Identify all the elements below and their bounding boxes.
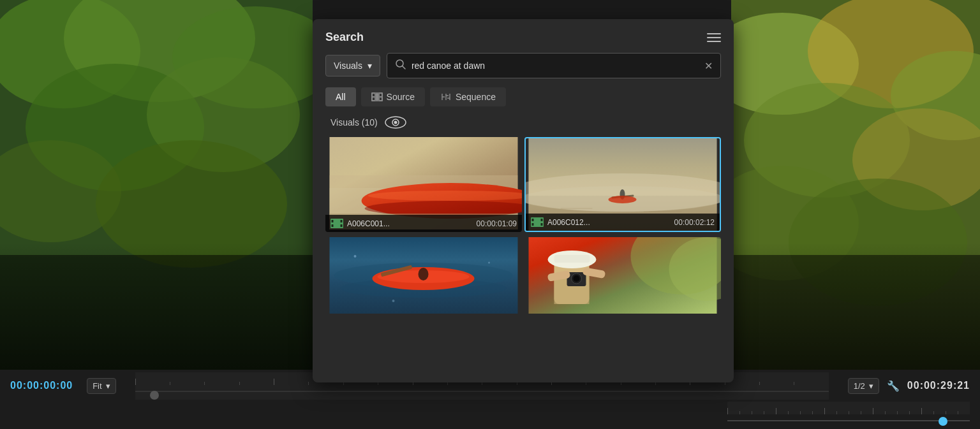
chevron-down-icon: ▾: [869, 381, 873, 391]
svg-point-71: [354, 255, 357, 258]
thumbnail-2[interactable]: A006C012... 00:00:02:12: [524, 137, 721, 232]
svg-rect-23: [373, 98, 375, 100]
quality-label: 1/2: [854, 381, 865, 391]
panel-title: Search: [325, 31, 364, 44]
hamburger-line-2: [707, 37, 721, 38]
svg-rect-22: [380, 94, 382, 96]
playhead-right[interactable]: [939, 417, 947, 426]
thumb-1-label: A006C001...: [347, 219, 473, 228]
tab-source[interactable]: Source: [361, 87, 425, 106]
thumbnail-3[interactable]: [325, 237, 522, 314]
search-panel: Search Visuals ▾ ✕ All: [313, 19, 734, 382]
svg-rect-60: [532, 219, 534, 221]
tab-sequence-label: Sequence: [456, 92, 496, 102]
hamburger-menu-icon[interactable]: [707, 33, 721, 42]
tab-all-label: All: [336, 92, 346, 102]
playhead-left[interactable]: [150, 391, 159, 400]
film-icon-2: [531, 217, 544, 227]
background-left: [0, 0, 313, 370]
svg-point-70: [419, 268, 429, 280]
search-input[interactable]: [412, 61, 699, 71]
tab-sequence[interactable]: Sequence: [430, 87, 506, 106]
background-right: [731, 0, 980, 370]
wrench-icon[interactable]: 🔧: [887, 380, 900, 392]
hamburger-line-1: [707, 33, 721, 34]
search-icon: [395, 59, 406, 73]
hamburger-line-3: [707, 41, 721, 42]
svg-rect-80: [554, 255, 590, 263]
timecode-left: 00:00:00:00: [10, 380, 73, 391]
svg-rect-8: [0, 255, 313, 370]
thumbnails-grid: A006C001... 00:00:01:09: [313, 137, 734, 314]
chevron-down-icon: ▾: [106, 381, 110, 391]
svg-point-54: [609, 196, 637, 203]
svg-rect-43: [332, 220, 334, 222]
film-icon-1: [330, 219, 343, 228]
fit-label: Fit: [93, 381, 101, 391]
timecode-right: 00:00:29:21: [907, 380, 970, 391]
svg-rect-21: [373, 94, 375, 96]
film-strip-icon: [371, 92, 383, 101]
visibility-toggle-icon[interactable]: [384, 115, 407, 129]
thumb-2-label: A006C012...: [547, 218, 671, 227]
svg-rect-17: [731, 255, 980, 370]
svg-point-16: [789, 178, 967, 306]
svg-point-7: [96, 140, 287, 268]
svg-point-73: [392, 300, 395, 302]
equalizer-icon: [440, 92, 452, 101]
svg-rect-24: [380, 98, 382, 100]
filter-tabs: All Source Sequence: [313, 87, 734, 115]
ruler-right: [727, 402, 970, 414]
svg-point-72: [488, 262, 490, 264]
thumb-1-duration: 00:00:01:09: [477, 219, 517, 228]
tab-source-label: Source: [387, 92, 415, 102]
fit-dropdown[interactable]: Fit ▾: [87, 378, 115, 394]
svg-rect-63: [541, 223, 543, 226]
quality-dropdown[interactable]: 1/2 ▾: [848, 378, 879, 394]
right-controls: 1/2 ▾ 🔧 00:00:29:21: [848, 378, 970, 394]
svg-rect-44: [341, 220, 343, 222]
type-dropdown-label: Visuals: [334, 61, 362, 71]
svg-rect-45: [332, 224, 334, 227]
search-input-wrapper: ✕: [387, 53, 721, 78]
svg-rect-61: [541, 219, 543, 221]
svg-line-19: [402, 66, 405, 69]
tab-all[interactable]: All: [325, 87, 356, 106]
svg-rect-46: [341, 224, 343, 227]
scrubber-right[interactable]: [727, 414, 970, 429]
thumb-2-footer: A006C012... 00:00:02:12: [526, 214, 720, 231]
thumb-2-duration: 00:00:02:12: [674, 218, 715, 227]
chevron-down-icon: ▾: [368, 61, 372, 71]
svg-point-83: [574, 275, 580, 282]
thumb-1-footer: A006C001... 00:00:01:09: [325, 215, 522, 232]
search-row: Visuals ▾ ✕: [313, 53, 734, 87]
panel-header: Search: [313, 19, 734, 53]
thumbnail-4[interactable]: [524, 237, 721, 314]
thumbnail-1[interactable]: A006C001... 00:00:01:09: [325, 137, 522, 232]
clear-icon[interactable]: ✕: [704, 60, 713, 72]
svg-rect-62: [532, 223, 534, 226]
svg-point-34: [394, 121, 397, 124]
type-dropdown[interactable]: Visuals ▾: [325, 55, 380, 76]
scrubber-left[interactable]: [135, 385, 829, 400]
results-label: Visuals (10): [330, 117, 378, 127]
results-header: Visuals (10): [313, 115, 734, 137]
